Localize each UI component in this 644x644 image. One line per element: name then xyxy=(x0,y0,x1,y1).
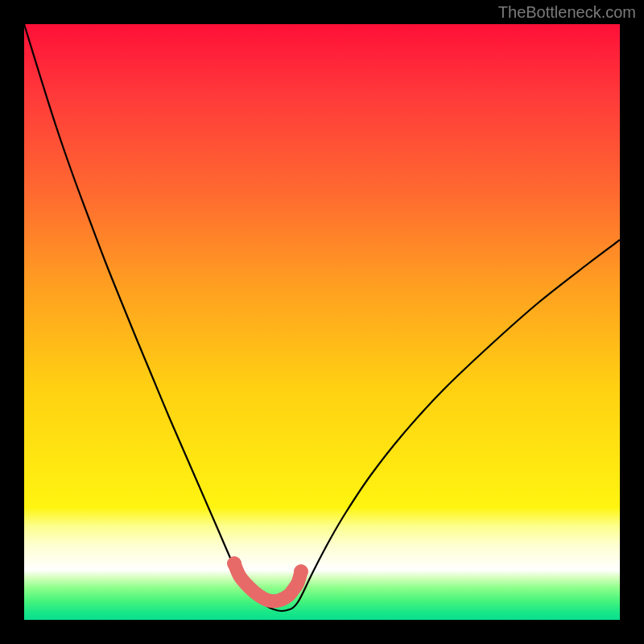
chart-plot-area xyxy=(24,24,620,620)
outer-frame: TheBottleneck.com xyxy=(0,0,644,644)
gradient-green-band xyxy=(24,570,620,620)
gradient-red-yellow xyxy=(24,24,620,507)
watermark-text: TheBottleneck.com xyxy=(498,3,636,22)
gradient-pale-band xyxy=(24,507,620,570)
